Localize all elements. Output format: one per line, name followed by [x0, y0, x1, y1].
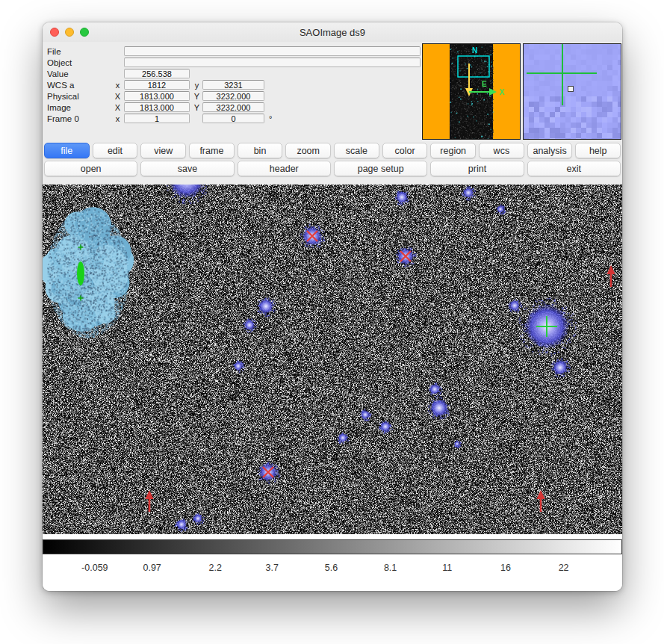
colorbar-tick-label: 8.1 [384, 563, 397, 573]
colorbar-tick-label: 2.2 [209, 563, 222, 573]
info-row-file: File [47, 46, 421, 57]
close-button[interactable] [50, 28, 59, 37]
panner[interactable] [422, 43, 521, 140]
file-label: File [47, 47, 114, 56]
file-field[interactable] [124, 46, 421, 56]
frame-zoom-field[interactable]: 1 [124, 114, 190, 123]
colorbar-gradient[interactable] [43, 539, 622, 554]
menu-button-scale[interactable]: scale [334, 143, 379, 158]
menu-button-frame[interactable]: frame [189, 143, 235, 158]
frame-label: Frame 0 [47, 114, 114, 123]
menu-button-print[interactable]: print [430, 161, 524, 176]
info-row-wcs: WCS a x 1812 y 3231 [47, 79, 421, 90]
colorbar-tick-label: 16 [500, 563, 511, 573]
menu-button-bin[interactable]: bin [238, 143, 283, 158]
image-label: Image [47, 103, 114, 112]
image-y-field[interactable]: 3232.000 [202, 102, 264, 112]
menu-button-zoom[interactable]: zoom [285, 143, 331, 158]
menu-button-region[interactable]: region [430, 143, 476, 158]
physical-label: Physical [47, 92, 114, 101]
fullscreen-button[interactable] [80, 28, 89, 37]
menu-button-open[interactable]: open [44, 161, 137, 176]
image-y-label: Y [193, 103, 201, 112]
object-label: Object [47, 58, 114, 67]
colorbar-labels: -0.059 0.97 2.2 3.7 5.6 8.1 11 16 22 [43, 563, 622, 575]
colorbar-zone: -0.059 0.97 2.2 3.7 5.6 8.1 11 16 22 [43, 534, 622, 591]
physical-x-label: X [114, 92, 122, 101]
menu-button-color[interactable]: color [382, 143, 428, 158]
main-image-canvas[interactable] [43, 185, 622, 534]
info-panel: File Object Value 256.538 WCS a x 1812 y… [47, 46, 421, 124]
magnifier-canvas [524, 44, 621, 139]
menu-button-edit[interactable]: edit [93, 143, 138, 158]
traffic-lights [50, 28, 89, 37]
menu-button-save[interactable]: save [140, 161, 234, 176]
titlebar[interactable]: SAOImage ds9 [43, 22, 622, 42]
info-row-physical: Physical X 1813.000 Y 3232.000 [47, 90, 421, 102]
minimize-button[interactable] [65, 28, 74, 37]
image-display-area [43, 185, 622, 534]
menu-button-analysis[interactable]: analysis [527, 143, 573, 158]
info-row-frame: Frame 0 x 1 0 ° [47, 113, 421, 124]
window-title: SAOImage ds9 [43, 27, 622, 38]
menu-button-file[interactable]: file [44, 143, 90, 158]
main-menu-row: file edit view frame bin zoom scale colo… [44, 143, 621, 159]
menu-button-wcs[interactable]: wcs [479, 143, 524, 158]
wcs-y-field[interactable]: 3231 [202, 80, 264, 90]
physical-x-field[interactable]: 1813.000 [124, 91, 190, 101]
magnifier [523, 43, 621, 140]
image-x-label: X [114, 103, 122, 112]
value-label: Value [47, 69, 114, 78]
desktop: SAOImage ds9 File Object Value 256.538 W… [0, 0, 664, 644]
info-row-image: Image X 1813.000 Y 3232.000 [47, 102, 421, 113]
menu-button-view[interactable]: view [140, 143, 186, 158]
info-row-value: Value 256.538 [47, 68, 421, 79]
colorbar-tick-label: 22 [559, 563, 569, 573]
ds9-window: SAOImage ds9 File Object Value 256.538 W… [43, 22, 622, 591]
wcs-x-field[interactable]: 1812 [124, 80, 190, 90]
frame-angle-field[interactable]: 0 [202, 114, 264, 123]
file-submenu-row: open save header page setup print exit [44, 161, 621, 177]
panner-canvas[interactable] [423, 44, 520, 139]
frame-x-label: x [114, 114, 122, 123]
value-field[interactable]: 256.538 [124, 69, 190, 78]
menu-button-page-setup[interactable]: page setup [334, 161, 427, 176]
colorbar-tick-label: 0.97 [143, 563, 161, 573]
frame-angle-unit: ° [269, 114, 272, 123]
wcs-y-label: y [193, 81, 201, 90]
menu-button-help[interactable]: help [575, 143, 621, 158]
colorbar-tick-label: -0.059 [81, 563, 108, 573]
wcs-x-label: x [114, 81, 122, 90]
colorbar-tick-label: 3.7 [266, 563, 279, 573]
physical-y-label: Y [193, 92, 201, 101]
object-field[interactable] [124, 58, 421, 67]
menu-button-header[interactable]: header [238, 161, 331, 176]
menu-button-exit[interactable]: exit [527, 161, 621, 176]
image-x-field[interactable]: 1813.000 [124, 102, 190, 112]
physical-y-field[interactable]: 3232.000 [202, 91, 264, 101]
colorbar-tick-label: 11 [442, 563, 452, 573]
info-row-object: Object [47, 57, 421, 68]
colorbar-tick-label: 5.6 [325, 563, 338, 573]
wcs-label: WCS a [47, 81, 114, 90]
